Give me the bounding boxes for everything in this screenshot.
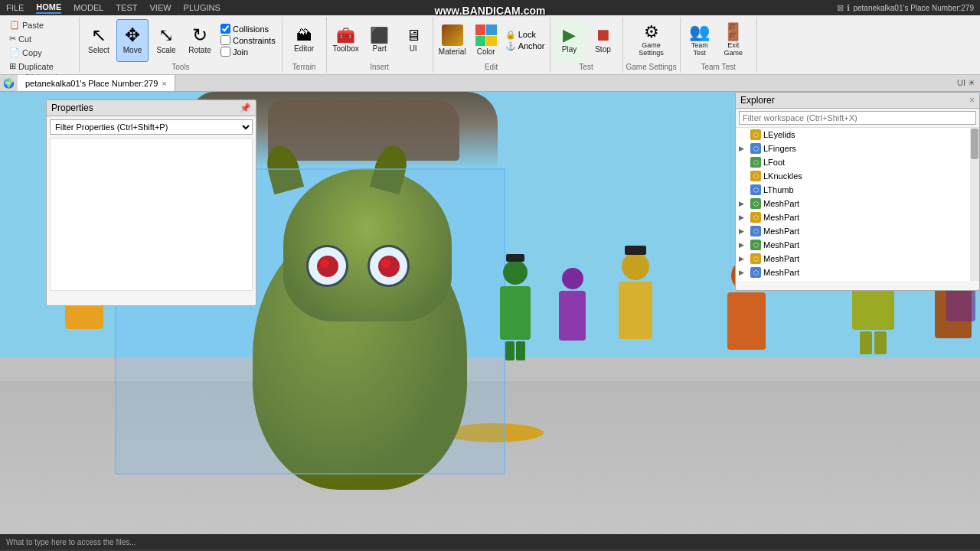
status-text: What to type here to access the files... xyxy=(6,538,136,546)
viewport[interactable]: ◄ Back xyxy=(0,92,980,534)
game-settings-tool[interactable]: ⚙ GameSettings xyxy=(635,19,668,62)
duplicate-button[interactable]: ⊞ Duplicate xyxy=(6,60,57,73)
edit-group: Material Color 🔒 Lock ⚓ Anchor xyxy=(433,17,550,73)
properties-filter-select[interactable]: Filter Properties (Ctrl+Shift+P) xyxy=(50,119,253,135)
info-icon[interactable]: ℹ xyxy=(847,3,850,13)
stop-tool[interactable]: ⏹ Stop xyxy=(587,19,619,62)
main-tab[interactable]: petanekalka01's Place Number:279 × xyxy=(18,75,175,91)
lock-checkbox[interactable]: 🔒 Lock xyxy=(505,30,545,40)
explorer-search-input[interactable] xyxy=(739,111,976,125)
item-label: MeshPart xyxy=(763,254,799,263)
toolbox-icon: 🧰 xyxy=(336,28,355,43)
insert-group: 🧰 Toolbox ⬛ Part 🖥 UI Insert xyxy=(327,17,433,73)
item-label: LThumb xyxy=(763,185,794,194)
toolbox-tool[interactable]: 🧰 Toolbox xyxy=(330,19,362,62)
select-tool[interactable]: ↖ Select xyxy=(83,19,115,62)
explorer-item[interactable]: ▶ ⬡ MeshPart xyxy=(736,224,979,238)
material-tool[interactable]: Material xyxy=(436,19,469,62)
tab-title: petanekalka01's Place Number:279 xyxy=(25,79,158,88)
rotate-tool[interactable]: ↻ Rotate xyxy=(184,19,216,62)
explorer-item[interactable]: ▶ ⬡ MeshPart xyxy=(736,279,979,281)
ui-toggle[interactable]: UI ☀ xyxy=(952,78,980,88)
item-label: LFoot xyxy=(763,158,785,167)
exit-game-icon: 🚪 xyxy=(723,24,743,41)
explorer-filter-container xyxy=(736,109,979,128)
item-icon: ⬡ xyxy=(750,184,761,195)
test-label: Test xyxy=(554,62,619,71)
explorer-item[interactable]: ⬡ LFoot xyxy=(736,155,979,169)
join-checkbox[interactable]: Join xyxy=(220,47,276,57)
exit-game-tool[interactable]: 🚪 ExitGame xyxy=(717,19,750,62)
menu-home[interactable]: HOME xyxy=(36,2,61,14)
material-icon xyxy=(442,24,463,46)
item-label: MeshPart xyxy=(763,240,799,249)
properties-title-bar[interactable]: Properties 📌 xyxy=(47,100,256,116)
terrain-label: Terrain xyxy=(286,62,323,71)
paste-button[interactable]: 📋 Paste xyxy=(6,18,57,31)
cut-button[interactable]: ✂ Cut xyxy=(6,32,57,45)
clipboard-group: 📋 Paste ✂ Cut 📄 Copy ⊞ Duplicate Clipboa… xyxy=(3,17,80,73)
terrain-editor-tool[interactable]: 🏔 Editor xyxy=(288,19,320,62)
item-icon: ⬡ xyxy=(750,253,761,264)
explorer-close-icon[interactable]: × xyxy=(969,95,975,106)
menu-view[interactable]: VIEW xyxy=(149,3,171,12)
explorer-label: Explorer xyxy=(740,95,775,106)
menu-plugins[interactable]: PLUGINS xyxy=(184,3,220,12)
edit-label: Edit xyxy=(436,62,547,71)
team-test-tool[interactable]: 👥 TeamTest xyxy=(684,19,716,62)
part-tool[interactable]: ⬛ Part xyxy=(364,19,396,62)
explorer-title-bar[interactable]: Explorer × xyxy=(736,93,979,109)
item-icon: ⬡ xyxy=(750,171,761,181)
item-icon: ⬡ xyxy=(750,226,761,236)
part-icon: ⬛ xyxy=(370,28,389,43)
scale-icon: ⤡ xyxy=(158,26,174,44)
item-icon: ⬡ xyxy=(750,198,761,209)
explorer-item[interactable]: ⬡ LEyelids xyxy=(736,128,979,142)
explorer-item[interactable]: ⬡ LKnuckles xyxy=(736,169,979,183)
explorer-item[interactable]: ▶ ⬡ MeshPart xyxy=(736,266,979,279)
tab-close-button[interactable]: × xyxy=(162,79,166,88)
item-label: MeshPart xyxy=(763,227,799,236)
color-tool[interactable]: Color xyxy=(470,19,502,62)
team-test-group: 👥 TeamTest 🚪 ExitGame Team Test xyxy=(681,17,757,73)
anchor-checkbox[interactable]: ⚓ Anchor xyxy=(505,41,545,51)
properties-panel: Properties 📌 Filter Properties (Ctrl+Shi… xyxy=(46,99,256,306)
explorer-scrollbar[interactable] xyxy=(970,128,979,281)
explorer-item[interactable]: ▶ ⬡ MeshPart xyxy=(736,238,979,252)
chevron-icon: ▶ xyxy=(739,241,748,249)
ui-tool[interactable]: 🖥 UI xyxy=(397,19,430,62)
menu-bar: FILE HOME MODEL TEST VIEW PLUGINS ⊠ ℹ pe… xyxy=(0,0,980,15)
menu-model[interactable]: MODEL xyxy=(74,3,103,12)
menu-test[interactable]: TEST xyxy=(116,3,137,12)
move-tool[interactable]: ✥ Move xyxy=(116,19,149,62)
copy-button[interactable]: 📄 Copy xyxy=(6,46,57,59)
chevron-icon: ▶ xyxy=(739,200,748,207)
item-label: LKnuckles xyxy=(763,171,802,181)
collisions-checkbox[interactable]: Collisions xyxy=(220,24,276,34)
item-label: MeshPart xyxy=(763,268,799,277)
properties-pin-icon[interactable]: 📌 xyxy=(240,103,251,113)
color-icon xyxy=(475,24,497,46)
yellow-freddy xyxy=(612,253,658,352)
tab-place-icon: 🌍 xyxy=(3,78,15,89)
cut-icon: ✂ xyxy=(9,34,16,44)
item-label: LEyelids xyxy=(763,130,795,139)
explorer-item[interactable]: ⬡ LThumb xyxy=(736,183,979,197)
menu-file[interactable]: FILE xyxy=(6,3,24,12)
insert-label: Insert xyxy=(330,62,430,71)
constraints-checkbox[interactable]: Constraints xyxy=(220,35,276,45)
explorer-item[interactable]: ▶ ⬡ LFingers xyxy=(736,142,979,155)
team-test-label: Team Test xyxy=(684,62,753,71)
explorer-item[interactable]: ▶ ⬡ MeshPart xyxy=(736,252,979,266)
window-icon[interactable]: ⊠ xyxy=(837,3,844,13)
explorer-item[interactable]: ▶ ⬡ MeshPart xyxy=(736,197,979,210)
user-label: petanekalka01's Place Number:279 xyxy=(853,4,974,12)
test-group: ▶ Play ⏹ Stop Test xyxy=(550,17,623,73)
explorer-item[interactable]: ▶ ⬡ MeshPart xyxy=(736,210,979,224)
green-freddy xyxy=(494,260,536,352)
explorer-panel: Explorer × ⬡ LEyelids ▶ ⬡ LFingers ⬡ LFo… xyxy=(735,92,980,291)
scale-tool[interactable]: ⤡ Scale xyxy=(150,19,182,62)
item-icon: ⬡ xyxy=(750,267,761,278)
play-tool[interactable]: ▶ Play xyxy=(554,19,586,62)
chevron-icon: ▶ xyxy=(739,145,748,152)
